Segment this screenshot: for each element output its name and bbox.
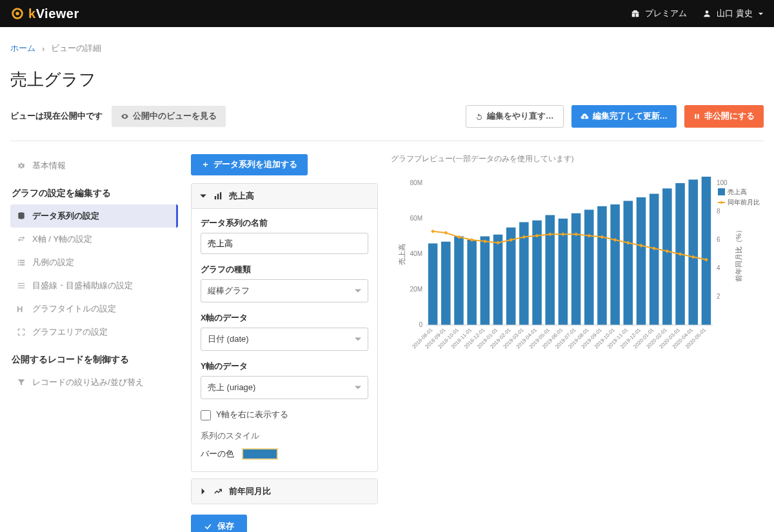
svg-rect-30 (428, 244, 438, 326)
sidebar-item-basic[interactable]: 基本情報 (10, 154, 178, 177)
svg-text:売上高: 売上高 (728, 188, 747, 195)
save-button[interactable]: 保存 (191, 515, 247, 532)
add-series-button[interactable]: ＋ データ系列を追加する (191, 154, 308, 175)
svg-rect-48 (662, 188, 672, 325)
svg-rect-43 (597, 206, 607, 325)
sidebar-item-axes[interactable]: X軸 / Y軸の設定 (10, 228, 178, 251)
gear-icon (17, 161, 26, 170)
sidebar-item-legend[interactable]: 凡例の設定 (10, 251, 178, 274)
user-name: 山口 貴史 (717, 8, 753, 19)
svg-rect-31 (441, 242, 451, 325)
user-icon (702, 9, 711, 18)
svg-rect-36 (506, 228, 516, 325)
chevron-right-icon (199, 488, 207, 495)
svg-text:100: 100 (717, 179, 728, 186)
undo-icon (475, 113, 483, 121)
finish-update-button[interactable]: 編集完了して更新… (571, 105, 677, 128)
logo[interactable]: kViewer (10, 6, 79, 21)
svg-rect-12 (18, 283, 25, 284)
sidebar-item-title[interactable]: H グラフタイトルの設定 (10, 297, 178, 320)
preview-column: グラフプレビュー(一部データのみを使用しています) 020M40M60M80M2… (391, 154, 764, 532)
svg-rect-32 (454, 237, 464, 326)
svg-rect-8 (18, 262, 19, 263)
svg-point-2 (706, 10, 709, 14)
svg-rect-10 (18, 264, 19, 266)
breadcrumb-home[interactable]: ホーム (10, 43, 35, 54)
chevron-down-icon (199, 192, 207, 200)
svg-rect-16 (217, 194, 219, 200)
svg-rect-45 (624, 201, 633, 326)
expand-icon (17, 328, 26, 337)
sidebar-item-area[interactable]: グラフエリアの設定 (10, 320, 178, 344)
svg-rect-75 (718, 188, 725, 195)
topbar: kViewer プレミアム 山口 貴史 (0, 0, 774, 27)
svg-rect-34 (481, 237, 490, 326)
svg-text:8: 8 (717, 208, 720, 215)
ydata-select[interactable]: 売上 (uriage) (201, 376, 368, 399)
svg-rect-17 (220, 192, 221, 199)
check-icon (204, 522, 212, 531)
right-axis-checkbox[interactable]: Y軸を右に表示する (201, 409, 368, 420)
bar-color-label: バーの色 (201, 449, 234, 460)
bar-color-swatch[interactable] (242, 448, 278, 460)
right-axis-checkbox-input[interactable] (201, 410, 211, 420)
sidebar-item-grid[interactable]: 目盛線・目盛補助線の設定 (10, 274, 178, 297)
svg-text:0: 0 (419, 321, 422, 328)
bar-chart-icon (213, 192, 223, 201)
user-menu[interactable]: 山口 貴史 (702, 8, 764, 19)
svg-rect-42 (584, 210, 594, 325)
svg-rect-44 (610, 204, 620, 325)
svg-rect-14 (18, 288, 25, 288)
svg-text:6: 6 (717, 236, 720, 243)
series-name-input[interactable] (201, 233, 368, 254)
swap-icon (17, 235, 26, 244)
view-public-button[interactable]: 公開中のビューを見る (112, 106, 226, 127)
list-icon (17, 281, 26, 290)
svg-rect-47 (650, 194, 659, 326)
svg-rect-11 (20, 264, 25, 266)
svg-rect-6 (18, 260, 19, 261)
ydata-label: Y軸のデータ (201, 361, 368, 372)
svg-text:40M: 40M (410, 250, 422, 257)
svg-text:同年前月比: 同年前月比 (728, 199, 760, 206)
svg-rect-41 (571, 213, 581, 325)
svg-rect-4 (697, 114, 699, 119)
sidebar-heading-records: 公開するレコードを制御する (10, 354, 178, 366)
svg-text:売上高: 売上高 (398, 244, 406, 265)
breadcrumb-current: ビューの詳細 (51, 43, 101, 54)
chart-type-label: グラフの種類 (201, 264, 368, 275)
logo-text: kViewer (28, 6, 79, 21)
eye-icon (121, 112, 129, 121)
redo-edit-button[interactable]: 編集をやり直す… (466, 105, 564, 128)
heading-icon: H (17, 304, 26, 314)
premium-link[interactable]: プレミアム (631, 8, 687, 19)
unpublish-button[interactable]: 非公開にする (684, 105, 764, 128)
premium-label: プレミアム (645, 8, 687, 19)
series-panel-header[interactable]: 売上高 (192, 184, 377, 209)
svg-point-1 (15, 12, 19, 15)
svg-text:80M: 80M (410, 179, 422, 186)
svg-rect-39 (545, 215, 555, 326)
breadcrumb: ホーム › ビューの詳細 (10, 43, 764, 54)
chart-type-select[interactable]: 縦棒グラフ (201, 279, 368, 302)
svg-rect-33 (467, 240, 477, 325)
xdata-select[interactable]: 日付 (date) (201, 328, 368, 351)
svg-text:前年同月比（%）: 前年同月比（%） (735, 226, 742, 282)
sidebar: 基本情報 グラフの設定を編集する データ系列の設定 X軸 / Y軸の設定 凡例の… (10, 154, 178, 532)
publish-status: ビューは現在公開中です (10, 111, 103, 122)
sidebar-item-filter[interactable]: レコードの絞り込み/並び替え (10, 371, 178, 394)
series-name-label: データ系列の名前 (201, 218, 368, 229)
svg-rect-3 (695, 114, 696, 119)
list-icon (17, 258, 26, 267)
svg-text:2: 2 (717, 293, 720, 300)
filter-icon (17, 378, 26, 387)
breadcrumb-sep: › (42, 44, 45, 54)
sidebar-heading-graph: グラフの設定を編集する (10, 188, 178, 199)
preview-caption: グラフプレビュー(一部データのみを使用しています) (391, 154, 764, 164)
gift-icon (631, 9, 640, 18)
sidebar-item-series[interactable]: データ系列の設定 (10, 204, 178, 228)
eye-icon (10, 6, 25, 21)
svg-text:4: 4 (717, 264, 720, 271)
series-panel-yoy-header[interactable]: 前年同月比 (192, 479, 377, 504)
svg-rect-13 (18, 285, 25, 286)
